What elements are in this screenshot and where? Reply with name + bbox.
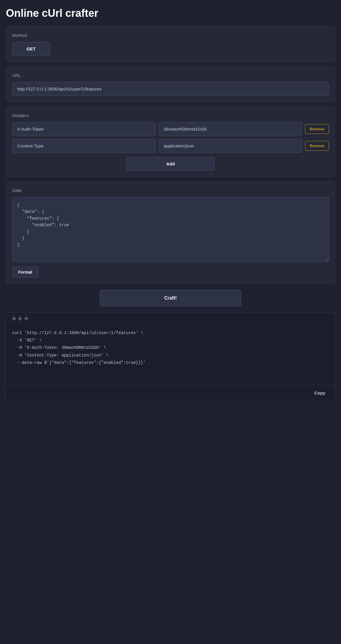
data-card: Data { "data": { "features": { "enabled"… [6,182,335,284]
headers-label: Headers [12,113,329,118]
craft-button[interactable]: Craft! [100,290,241,306]
output-card: curl 'http://127.0.0.1:3500/api/v2/user/… [6,312,335,402]
headers-card: Headers Remove Remove Add [6,107,335,177]
url-input[interactable] [12,82,329,96]
output-code: curl 'http://127.0.0.1:3500/api/v2/user/… [6,325,335,384]
header-value-input-0[interactable] [159,122,302,136]
output-header [6,313,335,325]
header-key-input-1[interactable] [12,139,156,153]
header-row: Remove [12,139,329,153]
copy-button[interactable]: Copy [311,388,329,398]
traffic-dot-1 [12,317,16,321]
headers-grid: Remove Remove [12,122,329,153]
header-row: Remove [12,122,329,136]
header-value-input-1[interactable] [159,139,302,153]
format-button[interactable]: Format [12,267,38,278]
method-card: Method GET [6,27,335,62]
header-key-input-0[interactable] [12,122,156,136]
data-label: Data [12,188,329,193]
method-label: Method [12,33,329,38]
remove-header-button-0[interactable]: Remove [305,124,329,134]
method-button[interactable]: GET [12,42,50,56]
url-card: URL [6,67,335,102]
url-label: URL [12,73,329,78]
remove-header-button-1[interactable]: Remove [305,141,329,151]
page-title: Online cUrl crafter [6,7,335,19]
data-textarea[interactable]: { "data": { "features": { "enabled": tru… [12,197,329,262]
traffic-dot-2 [18,317,22,321]
traffic-dot-3 [24,317,28,321]
add-header-button[interactable]: Add [126,157,215,171]
output-footer: Copy [6,384,335,401]
